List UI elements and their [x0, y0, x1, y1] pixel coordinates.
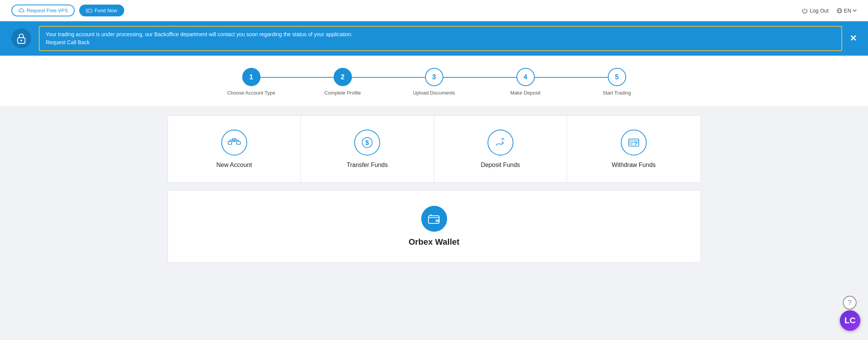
withdraw-funds-action[interactable]: Withdraw Funds [567, 116, 700, 182]
step-4-circle: 4 [516, 68, 535, 86]
step-4-label: Make Deposit [510, 90, 540, 96]
request-vps-button[interactable]: Request Free VPS [11, 5, 75, 16]
banner-close-button[interactable]: ✕ [850, 34, 857, 43]
wallet-title: Orbex Wallet [409, 237, 460, 247]
svg-point-21 [436, 220, 437, 221]
top-navigation: Request Free VPS Fund Now Log Out EN [0, 0, 868, 21]
power-icon [802, 8, 808, 14]
step-5-circle: 5 [608, 68, 626, 86]
withdraw-funds-icon-circle [621, 130, 647, 156]
banner-message: Your trading account is under processing… [39, 26, 842, 51]
step-1: 1 Choose Account Type [206, 68, 297, 96]
transfer-funds-action[interactable]: $ Transfer Funds [301, 116, 434, 182]
svg-text:$: $ [366, 139, 369, 146]
svg-rect-6 [228, 141, 232, 144]
help-fab-button[interactable]: ? [843, 296, 857, 310]
step-1-circle: 1 [242, 68, 261, 86]
transfer-funds-icon-circle: $ [354, 130, 380, 156]
svg-rect-18 [629, 141, 639, 143]
new-account-action[interactable]: New Account [168, 116, 301, 182]
step-2-circle: 2 [334, 68, 352, 86]
step-4: 4 Make Deposit [480, 68, 571, 96]
step-5-label: Start Trading [603, 90, 631, 96]
progress-stepper: 1 Choose Account Type 2 Complete Profile… [206, 68, 663, 96]
nav-right-actions: Log Out EN [802, 8, 857, 14]
step-1-label: Choose Account Type [227, 90, 275, 96]
svg-rect-0 [86, 9, 92, 12]
new-account-icon [228, 137, 241, 148]
logout-button[interactable]: Log Out [802, 8, 829, 14]
chevron-down-icon [853, 9, 857, 12]
step-2: 2 Complete Profile [297, 68, 388, 96]
step-3: 3 Upload Documents [388, 68, 480, 96]
lock-icon-container [11, 29, 31, 48]
fund-icon [86, 8, 92, 13]
new-account-icon-circle [221, 130, 247, 156]
svg-point-5 [21, 40, 22, 41]
notification-banner: Your trading account is under processing… [0, 21, 868, 56]
fund-now-button[interactable]: Fund Now [79, 5, 124, 16]
step-3-label: Upload Documents [413, 90, 455, 96]
step-3-circle: 3 [425, 68, 443, 86]
wallet-icon-circle [421, 206, 447, 232]
withdraw-funds-icon [627, 136, 640, 149]
cloud-icon [18, 8, 24, 13]
deposit-funds-icon [494, 136, 507, 149]
transfer-funds-icon: $ [361, 136, 374, 149]
stepper-section: 1 Choose Account Type 2 Complete Profile… [0, 56, 868, 106]
step-2-label: Complete Profile [324, 90, 361, 96]
wallet-icon [428, 213, 440, 224]
globe-icon [836, 8, 842, 14]
step-5: 5 Start Trading [571, 68, 663, 96]
new-account-label: New Account [216, 162, 252, 168]
deposit-funds-icon-circle [488, 130, 513, 156]
withdraw-funds-label: Withdraw Funds [612, 162, 656, 168]
svg-rect-8 [237, 141, 240, 144]
wallet-section: Orbex Wallet [168, 190, 701, 263]
actions-grid: New Account $ Transfer Funds Deposit Fun… [168, 115, 701, 183]
chat-fab-button[interactable]: LC [840, 310, 860, 331]
language-selector[interactable]: EN [836, 8, 857, 14]
lock-icon [16, 33, 26, 44]
deposit-funds-action[interactable]: Deposit Funds [434, 116, 567, 182]
deposit-funds-label: Deposit Funds [481, 162, 520, 168]
nav-left-buttons: Request Free VPS Fund Now [11, 5, 124, 16]
transfer-funds-label: Transfer Funds [347, 162, 388, 168]
